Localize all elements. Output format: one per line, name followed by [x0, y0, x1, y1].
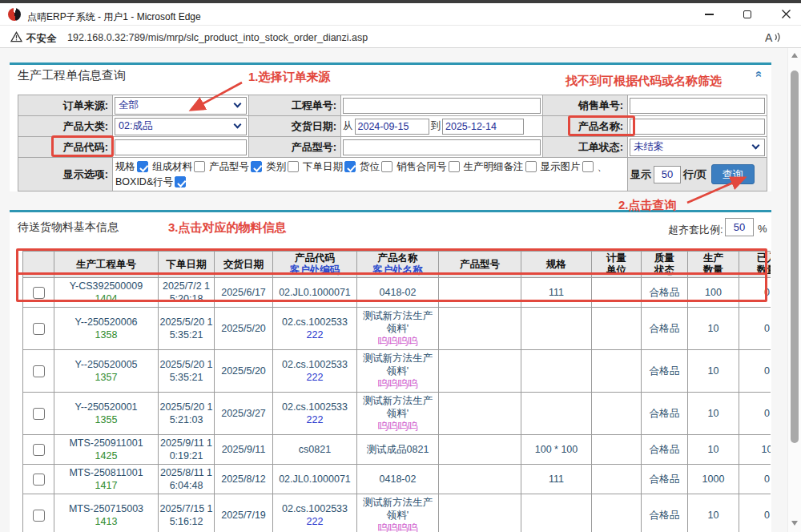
minimize-button[interactable] [691, 3, 727, 25]
order-date-cell: 2025/8/11 16:04:48 [159, 465, 215, 494]
delivery-date-from-input[interactable]: 2024-09-15 [355, 119, 429, 135]
row-checkbox[interactable] [33, 323, 45, 335]
checkbox-unchecked[interactable] [194, 161, 205, 172]
product-code-input[interactable] [115, 139, 247, 155]
quality-cell: 合格品 [642, 308, 688, 350]
order-source-cell: 全部 [113, 95, 249, 116]
order-detail-link[interactable]: 1358 [55, 328, 157, 341]
header-line2: 数量 [689, 264, 738, 276]
order-no: Y--250520001 [55, 401, 157, 413]
scrollbar-thumb[interactable] [791, 71, 799, 443]
header-line1: 计量 [593, 252, 640, 264]
checkbox-unchecked[interactable] [449, 161, 460, 172]
page-scrollbar[interactable] [787, 48, 801, 532]
option-label: 销售合同号 [396, 160, 447, 174]
product-name-cell: 0418-02 [357, 278, 439, 308]
spec-cell [521, 350, 592, 393]
product-name-cell: 测试新方法生产领料'呜呜呜呜 [357, 393, 439, 435]
header-line2: 客户处名称 [358, 264, 437, 276]
order-no: Y-CS392500009 [55, 280, 157, 292]
row-checkbox[interactable] [33, 510, 45, 522]
customer-name: 呜呜呜呜 [358, 522, 437, 532]
overset-ratio-input[interactable]: 50 [725, 218, 754, 236]
checkbox-checked[interactable] [175, 176, 186, 187]
page-size-input[interactable]: 50 [654, 166, 681, 183]
in-qty-cell: 0 [739, 393, 771, 435]
checkbox-unchecked[interactable] [381, 161, 392, 172]
customer-code: 222 [274, 328, 356, 341]
order-no-cell: MTS-2509110011425 [54, 435, 159, 465]
row-checkbox[interactable] [33, 474, 45, 486]
order-detail-link[interactable]: 1425 [55, 449, 157, 462]
checkbox-checked[interactable] [344, 161, 356, 172]
checkbox-checked[interactable] [137, 161, 148, 172]
order-detail-link[interactable]: 1357 [55, 371, 157, 384]
close-button[interactable] [768, 3, 801, 25]
in-qty-cell: 0 [739, 350, 771, 393]
table-row[interactable]: Y--25052000513572025/5/20 15:35:212025/5… [23, 350, 771, 393]
product-category-select[interactable]: 02:成品 [115, 118, 247, 135]
delivery-date-cell: 2025/8/12 [215, 465, 273, 494]
in-qty-cell: 0 [739, 308, 771, 350]
read-aloud-icon[interactable]: A [765, 30, 781, 47]
row-checkbox[interactable] [33, 444, 45, 456]
column-header: 产品型号 [439, 252, 521, 278]
order-detail-link[interactable]: 1417 [55, 479, 157, 492]
row-checkbox[interactable] [33, 287, 45, 299]
table-row[interactable]: MTS-25081100114172025/8/11 16:04:482025/… [23, 465, 771, 494]
delivery-date-cell: 从 2024-09-15 到 2025-12-14 [341, 116, 543, 137]
checkbox-unchecked[interactable] [288, 161, 299, 172]
order-no-cell: MTS-2508110011417 [54, 465, 159, 494]
table-row[interactable]: Y-CS39250000914042025/7/2 15:20:182025/6… [23, 278, 771, 308]
unit-cell [592, 435, 642, 465]
address-bar[interactable]: 不安全 192.168.0.32:789/mis/mrp/slc_product… [0, 26, 801, 48]
option-label: 货位 [360, 160, 380, 174]
checkbox-unchecked[interactable] [582, 161, 594, 172]
url-text[interactable]: 192.168.0.32:789/mis/mrp/slc_product_int… [67, 32, 368, 43]
table-row[interactable]: Y--25052000613582025/5/20 15:35:212025/5… [23, 308, 771, 350]
qty-cell: 10 [688, 308, 739, 350]
maximize-icon [743, 10, 751, 18]
row-checkbox[interactable] [33, 408, 45, 420]
sales-no-cell [628, 95, 767, 116]
search-button[interactable]: 查询 [711, 164, 755, 184]
row-select-cell [23, 465, 54, 494]
customer-name: 呜呜呜呜 [358, 420, 437, 433]
row-checkbox[interactable] [33, 365, 45, 377]
maximize-button[interactable] [730, 3, 765, 25]
collapse-panel-icon[interactable]: « [753, 71, 767, 77]
qty-cell: 100 [688, 278, 739, 308]
checkbox-checked[interactable] [251, 161, 262, 172]
close-icon [782, 10, 791, 18]
spec-cell: 111 [521, 465, 592, 494]
order-detail-link[interactable]: 1413 [55, 515, 157, 528]
order-source-select[interactable]: 全部 [115, 97, 247, 115]
option-label: 显示图片 [541, 160, 581, 174]
minimize-icon [705, 14, 714, 15]
table-row[interactable]: Y--25052000113552025/5/20 15:21:032025/3… [23, 393, 771, 435]
order-status-select[interactable]: 未结案 [630, 139, 765, 156]
scrollbar-down-arrow-icon[interactable] [791, 521, 798, 526]
table-row[interactable]: MTS-25091100114252025/9/11 10:19:212025/… [23, 435, 771, 465]
order-date-cell: 2025/5/20 15:21:03 [159, 393, 215, 435]
product-code: 02.cs.1002533 [274, 358, 356, 371]
scrollbar-up-arrow-icon[interactable] [791, 53, 798, 58]
display-option: 货位 [360, 160, 392, 174]
product-model-input[interactable] [343, 139, 541, 155]
quality-cell: 合格品 [642, 465, 688, 494]
delivery-date-to-input[interactable]: 2025-12-14 [442, 119, 524, 135]
sales-no-input[interactable] [630, 98, 765, 114]
table-row[interactable]: MTS-25071500314132025/7/15 15:16:122025/… [23, 494, 771, 532]
security-label[interactable]: 不安全 [26, 32, 57, 46]
display-options-line1: 规格组成材料产品型号类别下单日期货位销售合同号生产明细备注显示图片、 [115, 159, 625, 175]
product-code-cell: 02.cs.1002533222 [273, 393, 357, 435]
product-name-input[interactable] [630, 119, 765, 135]
checkbox-unchecked[interactable] [525, 161, 537, 172]
order-no: MTS-250811001 [55, 466, 157, 479]
quality-cell: 合格品 [642, 278, 688, 308]
project-no-input[interactable] [343, 98, 541, 114]
spec-cell [521, 393, 592, 435]
order-detail-link[interactable]: 1355 [55, 413, 157, 426]
order-detail-link[interactable]: 1404 [55, 292, 157, 305]
materials-table: 生产工程单号下单日期交货日期产品代码客户处编码产品名称客户处名称产品型号规格计量… [22, 251, 771, 532]
